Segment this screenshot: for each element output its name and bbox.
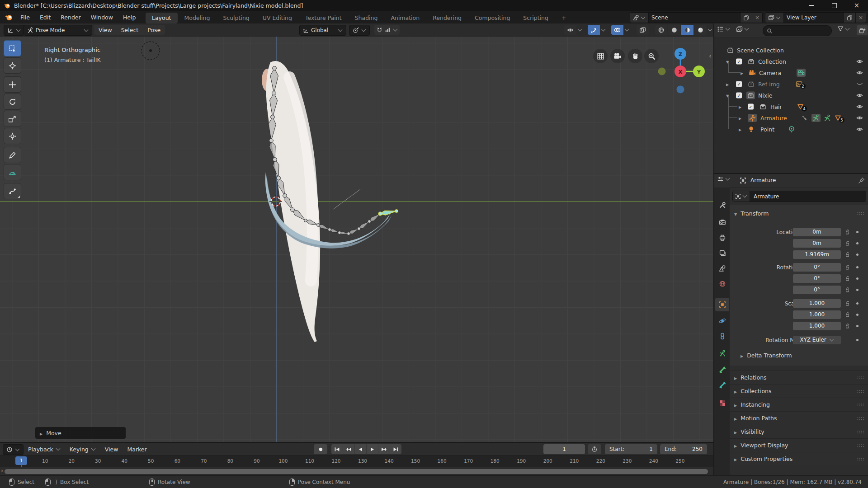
pin-icon[interactable] [858,177,865,184]
animate-dot[interactable] [856,266,859,268]
tool-rotate[interactable] [4,94,21,110]
xray-toggle[interactable] [637,25,649,35]
tab-texture[interactable] [715,396,729,410]
timeline-scrollbar-track[interactable]: › [0,467,713,476]
outliner[interactable]: Scene Collection Collection Camera Ref i… [713,23,868,173]
tool-transform[interactable] [4,128,21,144]
frame-start-field[interactable]: Start: 1 [605,444,657,454]
section-custom-properties[interactable]: Custom Properties [730,452,868,465]
animate-dot[interactable] [856,231,859,233]
menu-render[interactable]: Render [56,11,86,23]
menu-view[interactable]: View [94,27,117,33]
object-browse-button[interactable] [733,191,750,202]
animate-dot[interactable] [856,302,859,305]
view-layer-browse-button[interactable] [765,13,784,23]
playhead[interactable]: 1 [15,456,27,465]
filter-button[interactable] [837,26,850,32]
visibility-dropdown[interactable] [578,27,582,31]
outliner-row-point[interactable]: Point [714,123,868,135]
outliner-row-ref-img[interactable]: Ref img 2 [714,78,868,89]
delta-transform-section[interactable]: Delta Transform [741,352,792,359]
outliner-row-collection[interactable]: Collection [714,56,868,67]
panel-drag-handle[interactable] [857,388,864,394]
timeline-editor[interactable]: Playback Keying View Marker 1 Start: 1 E… [0,442,713,476]
section-instancing[interactable]: Instancing [730,398,868,411]
tab-constraints[interactable] [715,329,729,343]
section-viewport-display[interactable]: Viewport Display [730,438,868,452]
outliner-row-hair[interactable]: Hair 4 [714,101,868,112]
disclosure-icon[interactable] [739,126,741,132]
menu-marker[interactable]: Marker [123,446,151,453]
animate-dot[interactable] [856,314,859,316]
scene-browse-button[interactable] [630,13,649,23]
section-relations[interactable]: Relations [730,371,868,384]
shading-material-button[interactable] [681,25,693,35]
gizmos-toggle[interactable] [588,25,600,35]
panel-drag-handle[interactable] [857,210,864,216]
outliner-row-scene-collection[interactable]: Scene Collection [714,44,868,56]
workspace-tab-scripting[interactable]: Scripting [517,13,555,23]
eye-icon[interactable] [856,92,863,99]
tab-object-data[interactable] [715,347,729,360]
tab-bone[interactable] [715,363,729,376]
workspace-tab-texture-paint[interactable]: Texture Paint [299,13,348,23]
new-collection-button[interactable] [857,25,868,35]
tab-scene[interactable] [715,262,729,275]
close-button[interactable]: × [845,0,868,11]
snap-magnet-icon[interactable] [376,27,383,33]
menu-window[interactable]: Window [86,11,118,23]
animate-dot[interactable] [856,339,859,341]
workspace-tab-rendering[interactable]: Rendering [426,13,468,23]
expand-arrow[interactable]: › [1,467,3,474]
lock-icon[interactable] [844,252,850,258]
timeline-editor-type-selector[interactable] [3,444,24,455]
mode-selector[interactable]: Pose Mode [24,25,92,36]
shading-dropdown[interactable] [708,27,712,31]
axis-navigation-gizmo[interactable]: Z X Y [655,42,708,96]
section-visibility[interactable]: Visibility [730,425,868,438]
tool-cursor[interactable] [4,57,21,74]
tool-measure[interactable] [4,164,21,180]
eye-icon[interactable] [856,103,863,110]
menu-playback[interactable]: Playback [24,446,65,453]
tab-render[interactable] [715,216,729,229]
panel-drag-handle[interactable] [857,401,864,408]
sidebar-collapse-arrow[interactable]: ‹ [709,52,712,60]
lock-icon[interactable] [844,229,850,235]
timeline-ruler[interactable]: 2502402302202102001901801701601501401301… [0,455,713,468]
disclosure-icon[interactable] [741,70,743,76]
gizmos-dropdown[interactable] [601,27,606,31]
frame-end-field[interactable]: End: 250 [660,444,707,454]
lock-icon[interactable] [844,264,850,270]
workspace-tab-uv-editing[interactable]: UV Editing [256,13,298,23]
tool-move[interactable] [4,76,21,93]
next-keyframe-button[interactable] [378,444,390,454]
blender-menu-icon[interactable] [5,13,13,21]
tool-scale[interactable] [4,111,21,127]
eye-icon[interactable] [856,69,863,76]
rotation-mode-dropdown[interactable]: XYZ Euler [793,336,841,344]
panel-drag-handle[interactable] [857,442,864,449]
visibility-toggle[interactable] [564,25,576,35]
tab-view-layer[interactable] [715,246,729,260]
transform-orientation-selector[interactable]: Global [299,25,346,36]
disclosure-icon[interactable] [739,115,741,121]
tab-bone-constraints[interactable] [715,378,729,392]
menu-view[interactable]: View [100,446,123,453]
menu-help[interactable]: Help [118,11,141,23]
tool-select-box[interactable] [4,40,21,56]
outliner-search-input[interactable] [763,25,832,36]
menu-keying[interactable]: Keying [65,446,100,453]
filter-view-layer-selector[interactable] [736,26,749,33]
proportional-dropdown[interactable] [393,27,398,31]
disclosure-icon[interactable] [739,103,741,110]
viewport-canvas[interactable]: Right Orthographic (1) Armature : TailIK… [0,37,713,442]
animate-dot[interactable] [856,289,859,291]
play-reverse-button[interactable] [355,444,367,454]
record-button[interactable] [314,444,327,454]
menu-file[interactable]: File [15,11,35,23]
collection-checkbox[interactable] [748,103,754,109]
lock-icon[interactable] [844,287,850,293]
collection-checkbox[interactable] [736,58,742,64]
proportional-editing-icon[interactable] [385,27,391,33]
